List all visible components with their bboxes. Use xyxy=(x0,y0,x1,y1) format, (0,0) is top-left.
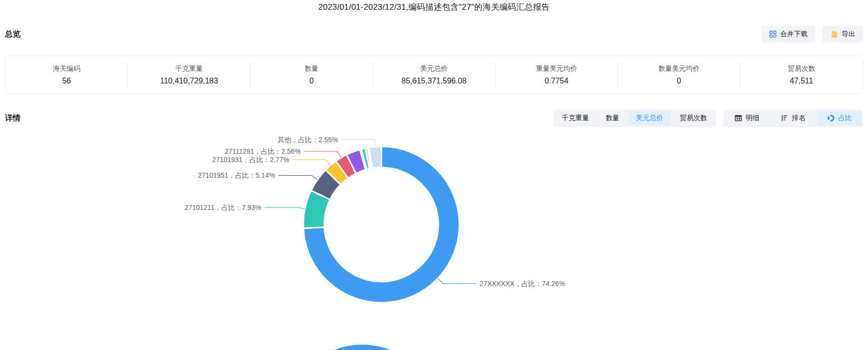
table-icon xyxy=(734,114,742,122)
stat-value: 47,511 xyxy=(790,77,813,85)
metric-tab[interactable]: 千克重量 xyxy=(554,111,596,125)
stat-label: 数量 xyxy=(305,64,318,73)
metric-tab-label: 数量 xyxy=(606,114,619,123)
rank-icon xyxy=(781,114,789,122)
pie-label-line xyxy=(265,207,305,209)
view-tab-group: 明细排名占比 xyxy=(723,109,863,127)
metric-tab-group: 千克重量数量美元总价贸易次数 xyxy=(553,109,716,127)
stat-col: 千克重量110,410,729,183 xyxy=(128,56,250,94)
stat-value: 56 xyxy=(62,77,71,85)
merge-download-button[interactable]: 合并下载 xyxy=(761,26,815,42)
view-tab[interactable]: 占比 xyxy=(817,111,862,125)
pie-label-line xyxy=(278,175,317,180)
export-button[interactable]: 导出 xyxy=(823,26,863,42)
stat-col: 重量美元均价0.7754 xyxy=(495,56,618,94)
metric-tab-label: 贸易次数 xyxy=(680,114,707,123)
export-icon xyxy=(830,30,838,38)
stat-value: 0 xyxy=(309,77,314,85)
overview-header-row: 总览 合并下载 导出 xyxy=(5,25,863,43)
metric-tab[interactable]: 美元总价 xyxy=(629,111,671,125)
stat-value: 0 xyxy=(677,77,681,85)
details-actions: 千克重量数量美元总价贸易次数 明细排名占比 xyxy=(553,109,863,127)
next-chart-fragment xyxy=(284,345,440,350)
metric-tab-label: 千克重量 xyxy=(562,114,589,123)
share-pie-chart: 27XXXXXX，占比：74.26%27101211，占比：7.93%27101… xyxy=(0,130,868,350)
overview-actions: 合并下载 导出 xyxy=(761,26,863,42)
report-page: 2023/01/01-2023/12/31,编码描述包含"27"的海关编码汇总报… xyxy=(0,0,868,350)
stats-card: 海关编码56千克重量110,410,729,183数量0美元总价85,615,3… xyxy=(5,56,863,94)
stat-label: 美元总价 xyxy=(420,64,448,73)
merge-download-icon xyxy=(769,30,777,38)
pie-label: 27111291，占比：2.56% xyxy=(225,147,301,155)
details-header-row: 详情 千克重量数量美元总价贸易次数 明细排名占比 xyxy=(5,109,863,127)
report-title: 2023/01/01-2023/12/31,编码描述包含"27"的海关编码汇总报… xyxy=(5,0,863,13)
stat-col: 数量0 xyxy=(250,56,373,94)
stat-label: 千克重量 xyxy=(176,64,203,73)
stat-value: 0.7754 xyxy=(545,77,569,85)
view-tab[interactable]: 明细 xyxy=(725,111,769,125)
view-tab-label: 占比 xyxy=(838,114,852,123)
pie-label: 27101951，占比：5.14% xyxy=(198,171,275,179)
metric-tab-label: 美元总价 xyxy=(636,114,663,123)
stat-col: 海关编码56 xyxy=(5,56,128,94)
overview-heading: 总览 xyxy=(5,29,20,40)
view-tab[interactable]: 排名 xyxy=(771,111,815,125)
pie-label-line xyxy=(304,151,341,158)
pie-label-line xyxy=(341,140,375,147)
stat-col: 美元总价85,615,371,596.08 xyxy=(373,56,495,94)
view-tab-label: 排名 xyxy=(792,114,806,123)
metric-tab[interactable]: 贸易次数 xyxy=(672,111,714,125)
export-label: 导出 xyxy=(842,30,855,39)
stat-col: 贸易次数47,511 xyxy=(740,56,863,94)
stat-label: 海关编码 xyxy=(53,64,80,73)
pie-label: 27101931，占比：2.77% xyxy=(212,156,289,164)
stat-value: 110,410,729,183 xyxy=(160,77,218,85)
pie-label: 27101211，占比：7.93% xyxy=(185,204,261,211)
stat-label: 数量美元均价 xyxy=(658,64,699,73)
stat-label: 重量美元均价 xyxy=(536,64,577,73)
view-tab-label: 明细 xyxy=(746,114,759,123)
stat-label: 贸易次数 xyxy=(788,64,815,73)
details-heading: 详情 xyxy=(5,113,20,124)
pie-label-line xyxy=(293,160,331,165)
pie-label-line xyxy=(438,279,476,284)
pie-label: 27XXXXXX，占比：74.26% xyxy=(480,280,565,288)
pie-icon xyxy=(827,114,835,122)
stat-value: 85,615,371,596.08 xyxy=(401,77,466,85)
merge-download-label: 合并下载 xyxy=(780,30,808,39)
pie-chart-canvas: 27XXXXXX，占比：74.26%27101211，占比：7.93%27101… xyxy=(0,130,868,350)
metric-tab[interactable]: 数量 xyxy=(598,111,627,125)
pie-label: 其他，占比：2.55% xyxy=(277,136,338,144)
stat-col: 数量美元均价0 xyxy=(618,56,740,94)
